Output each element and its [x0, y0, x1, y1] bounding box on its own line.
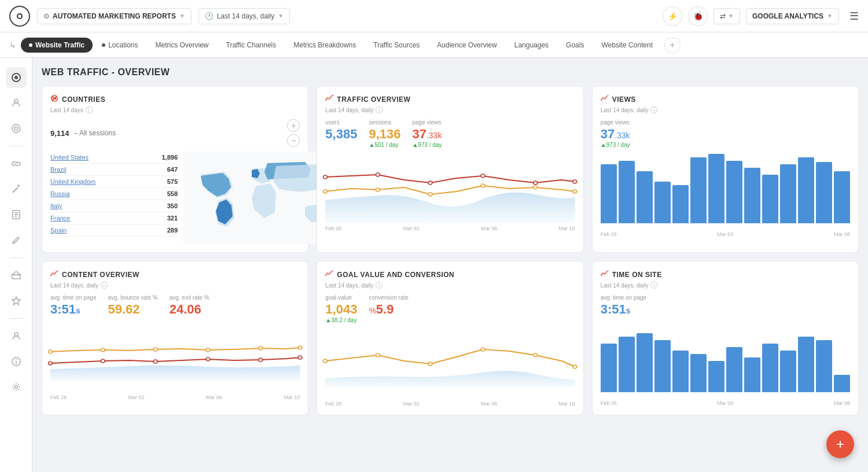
countries-info[interactable]: i — [86, 106, 93, 113]
country-value: 1,896 — [161, 154, 178, 161]
share-button[interactable]: ⇄ ▼ — [713, 8, 740, 24]
bar — [708, 361, 724, 392]
sidebar-item-dashboard[interactable] — [6, 67, 27, 88]
country-name[interactable]: France — [50, 215, 70, 222]
svg-point-32 — [601, 99, 602, 101]
views-subtitle: Last 14 days, daily i — [601, 106, 850, 113]
bug-icon-btn[interactable]: 🐞 — [688, 6, 708, 26]
country-name[interactable]: Russia — [50, 190, 70, 197]
countries-content: United States 1,896 Brazil 647 United Ki… — [50, 152, 300, 244]
time-on-site-title: TIME ON SITE — [612, 271, 662, 279]
tab-locations[interactable]: Locations — [94, 38, 146, 53]
sidebar-item-edit[interactable] — [6, 179, 27, 200]
main-layout: WEB TRAFFIC - OVERVIEW COUNTRIES Last 14… — [0, 58, 868, 472]
sidebar — [0, 58, 32, 472]
ga-selector[interactable]: GOOGLE ANALYTICS ▼ — [746, 8, 839, 24]
dashboard-grid: COUNTRIES Last 14 days i 9,114 – All ses… — [42, 86, 859, 415]
country-name[interactable]: United States — [50, 154, 89, 161]
tab-languages[interactable]: Languages — [506, 38, 557, 53]
country-row-us: United States 1,896 — [50, 152, 178, 164]
goal-card: GOAL VALUE AND CONVERSION Last 14 days, … — [317, 261, 583, 415]
sidebar-item-links[interactable] — [6, 153, 27, 174]
time-on-site-dates: Feb 26 Mar 03 Mar 08 — [601, 400, 850, 406]
tab-label: Traffic Sources — [373, 41, 420, 49]
svg-point-48 — [376, 353, 380, 357]
tab-label: Website Content — [601, 41, 653, 49]
hamburger-menu[interactable]: ☰ — [849, 10, 859, 23]
tab-website-traffic[interactable]: Website Traffic — [21, 38, 93, 53]
logo — [9, 6, 30, 27]
country-name[interactable]: United Kingdom — [50, 178, 95, 185]
traffic-overview-info[interactable]: i — [376, 106, 382, 113]
ga-label: GOOGLE ANALYTICS — [752, 12, 823, 20]
sidebar-item-person[interactable] — [6, 326, 27, 346]
svg-point-20 — [323, 190, 328, 193]
time-on-site-header: TIME ON SITE — [601, 270, 850, 279]
country-name[interactable]: Spain — [50, 227, 67, 234]
tab-label: Metrics Overview — [156, 41, 209, 49]
tab-metrics-overview[interactable]: Metrics Overview — [148, 38, 217, 53]
time-on-site-card: TIME ON SITE Last 14 days, daily i avg. … — [592, 261, 859, 415]
country-row-ru: Russia 558 — [50, 188, 178, 200]
svg-point-52 — [573, 365, 577, 368]
date-selector[interactable]: 🕐 Last 14 days, daily ▼ — [198, 8, 290, 24]
views-header: VIEWS — [601, 94, 850, 104]
sidebar-item-info[interactable] — [6, 351, 27, 372]
countries-total: 9,114 — [50, 129, 69, 138]
svg-point-46 — [325, 275, 326, 276]
bar — [798, 337, 814, 392]
sidebar-item-star[interactable] — [6, 290, 27, 311]
goal-info[interactable]: i — [376, 282, 382, 289]
time-on-site-info[interactable]: i — [650, 282, 657, 289]
sidebar-item-analytics[interactable] — [6, 118, 27, 139]
svg-point-35 — [101, 359, 105, 363]
svg-point-19 — [332, 95, 333, 96]
sidebar-item-users[interactable] — [6, 93, 27, 113]
traffic-overview-subtitle: Last 14 days, daily i — [325, 106, 575, 113]
report-selector[interactable]: ⊙ AUTOMATED MARKETING REPORTS ▼ — [37, 8, 192, 24]
svg-marker-11 — [12, 297, 20, 305]
lightning-icon-btn[interactable]: ⚡ — [663, 6, 682, 26]
sidebar-item-reports[interactable] — [6, 204, 27, 225]
sidebar-divider-2 — [9, 257, 23, 258]
users-metric: users 5,385 — [325, 119, 357, 148]
svg-point-53 — [601, 275, 602, 276]
country-name[interactable]: Italy — [50, 202, 62, 209]
bar — [798, 157, 814, 223]
pageviews-metric: page views 37.33k ▲973 / day — [412, 119, 442, 148]
views-info[interactable]: i — [650, 106, 657, 113]
goal-chart — [325, 329, 575, 399]
tab-traffic-channels[interactable]: Traffic Channels — [218, 38, 285, 53]
page-title: WEB TRAFFIC - OVERVIEW — [42, 67, 859, 78]
bar — [834, 375, 850, 392]
tab-traffic-sources[interactable]: Traffic Sources — [365, 38, 428, 53]
zoom-out-button[interactable]: − — [287, 134, 300, 147]
country-row-fr: France 321 — [50, 212, 178, 224]
tab-website-content[interactable]: Website Content — [593, 38, 661, 53]
sidebar-item-settings[interactable] — [6, 377, 27, 397]
tab-label: Goals — [566, 41, 584, 49]
country-value: 558 — [167, 190, 178, 197]
content-overview-info[interactable]: i — [101, 282, 108, 289]
add-tab-button[interactable]: + — [664, 37, 681, 53]
content-metrics-row: avg. time on page 3:51s avg. bounce rate… — [50, 294, 300, 317]
fab-button[interactable]: + — [826, 430, 854, 458]
tab-metrics-breakdowns[interactable]: Metrics Breakdowns — [285, 38, 364, 53]
countries-card-icon — [50, 94, 58, 104]
country-value: 575 — [167, 178, 178, 185]
bar — [637, 333, 653, 392]
zoom-in-button[interactable]: + — [287, 119, 300, 132]
countries-header: 9,114 – All sessions + − — [50, 119, 300, 147]
country-name[interactable]: Brazil — [50, 166, 67, 173]
tab-goals[interactable]: Goals — [558, 38, 592, 53]
sidebar-item-pen[interactable] — [6, 230, 27, 250]
svg-point-24 — [534, 186, 538, 189]
tab-audience-overview[interactable]: Audience Overview — [429, 38, 505, 53]
views-bar-chart — [601, 154, 850, 223]
bar — [654, 340, 671, 392]
goal-header: GOAL VALUE AND CONVERSION — [325, 270, 575, 279]
content-overview-chart — [50, 323, 300, 392]
goal-metrics-row: goal value 1,043 ▲38.2 / day conversion … — [325, 294, 575, 323]
sidebar-item-bank[interactable] — [6, 265, 27, 286]
goal-subtitle: Last 14 days, daily i — [325, 282, 575, 289]
